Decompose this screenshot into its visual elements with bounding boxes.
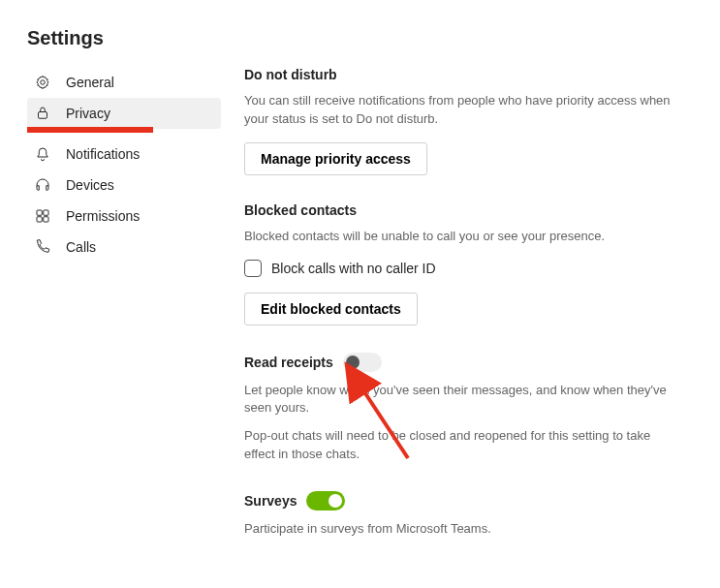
manage-priority-access-button[interactable]: Manage priority access (244, 142, 427, 175)
phone-icon (33, 237, 52, 257)
section-read-receipts: Read receipts Let people know when you'v… (244, 353, 689, 464)
page-title: Settings (27, 27, 697, 49)
apps-icon (33, 206, 52, 226)
sidebar-item-label: Permissions (66, 208, 140, 224)
section-description: Let people know when you've seen their m… (244, 382, 671, 418)
svg-rect-1 (39, 112, 47, 119)
read-receipts-toggle[interactable] (343, 353, 382, 372)
section-surveys: Surveys Participate in surveys from Micr… (244, 491, 689, 539)
section-heading: Surveys (244, 493, 297, 509)
lock-icon (33, 104, 52, 123)
section-heading: Read receipts (244, 355, 333, 370)
section-description-secondary: Pop-out chats will need to be closed and… (244, 427, 671, 464)
sidebar-item-label: Calls (66, 239, 96, 255)
section-description: You can still receive notifications from… (244, 92, 671, 129)
sidebar-item-label: General (66, 75, 114, 90)
section-heading: Do not disturb (244, 67, 689, 82)
svg-rect-4 (37, 217, 42, 222)
svg-rect-2 (37, 210, 42, 215)
gear-icon (33, 73, 52, 92)
sidebar-item-calls[interactable]: Calls (27, 232, 221, 263)
section-blocked-contacts: Blocked contacts Blocked contacts will b… (244, 202, 689, 325)
section-heading: Blocked contacts (244, 202, 689, 218)
section-description: Participate in surveys from Microsoft Te… (244, 520, 671, 539)
block-no-caller-id-checkbox[interactable]: Block calls with no caller ID (244, 260, 689, 277)
svg-rect-5 (44, 217, 48, 222)
sidebar-item-general[interactable]: General (27, 67, 221, 98)
sidebar-item-label: Privacy (66, 106, 110, 121)
sidebar-item-permissions[interactable]: Permissions (27, 201, 221, 232)
settings-sidebar: General Privacy Notifications Device (27, 67, 221, 548)
highlight-underline (27, 127, 153, 133)
settings-content: Do not disturb You can still receive not… (221, 67, 697, 548)
section-do-not-disturb: Do not disturb You can still receive not… (244, 67, 689, 175)
sidebar-item-privacy[interactable]: Privacy (27, 98, 221, 129)
sidebar-item-label: Notifications (66, 146, 140, 162)
sidebar-item-notifications[interactable]: Notifications (27, 139, 221, 170)
sidebar-item-devices[interactable]: Devices (27, 170, 221, 201)
edit-blocked-contacts-button[interactable]: Edit blocked contacts (244, 293, 418, 325)
checkbox-icon (244, 260, 262, 277)
svg-point-0 (41, 80, 46, 85)
checkbox-label: Block calls with no caller ID (271, 261, 436, 276)
sidebar-item-label: Devices (66, 177, 114, 193)
svg-rect-3 (44, 210, 48, 215)
section-description: Blocked contacts will be unable to call … (244, 228, 671, 246)
surveys-toggle[interactable] (306, 491, 345, 511)
bell-icon (33, 144, 52, 164)
headset-icon (33, 175, 52, 195)
